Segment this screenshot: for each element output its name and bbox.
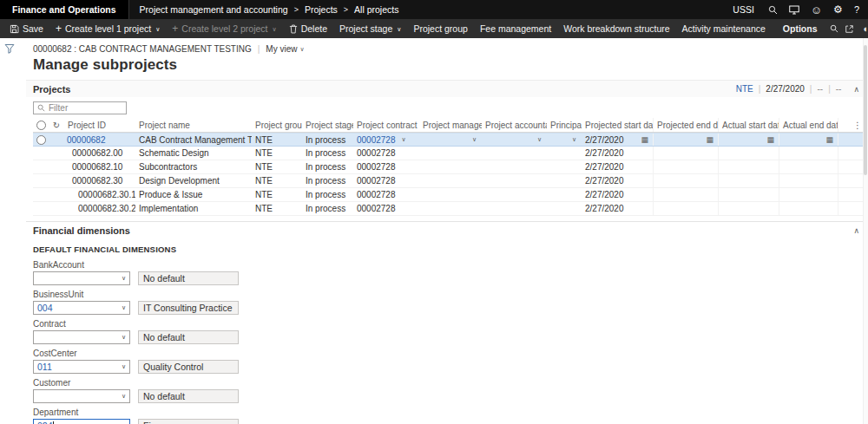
project-group-button[interactable]: Project group — [407, 19, 473, 38]
vertical-scrollbar[interactable] — [863, 38, 868, 424]
refresh-icon[interactable]: ↻ — [49, 118, 64, 132]
projected-end-date-cell[interactable] — [654, 147, 719, 160]
actual-end-date-cell[interactable] — [779, 188, 838, 201]
projected-start-date-cell[interactable]: 2/27/2020 — [582, 160, 654, 173]
project-contract-cell[interactable]: 00002728 — [353, 147, 419, 160]
project-group-cell[interactable]: NTE — [252, 188, 302, 201]
table-row[interactable]: 00000682.10 Subcontractors NTE In proces… — [33, 160, 868, 174]
project-contract-cell[interactable]: 00002728 — [353, 202, 419, 215]
project-stage-cell[interactable]: In process — [302, 134, 353, 146]
project-accountant-cell[interactable] — [482, 160, 547, 173]
calendar-icon[interactable]: ▦ — [825, 135, 833, 144]
chevron-down-icon[interactable]: ∨ — [572, 136, 576, 143]
actual-end-date-cell[interactable] — [779, 174, 838, 187]
column-header-project-name[interactable]: Project name — [135, 118, 252, 132]
project-manager-cell[interactable] — [419, 160, 482, 173]
row-checkbox[interactable] — [36, 135, 46, 145]
project-contract-cell[interactable]: 00002728 — [353, 160, 419, 173]
smiley-icon[interactable]: ☺ — [811, 4, 822, 16]
actual-start-date-cell[interactable] — [719, 174, 779, 187]
view-selector[interactable]: My view ∨ — [266, 44, 304, 54]
column-header-actual-end-date[interactable]: Actual end date — [779, 118, 838, 132]
table-row[interactable]: 00000682.30.200 Implementation NTE In pr… — [33, 202, 868, 216]
chevron-down-icon[interactable]: ∨ — [122, 393, 126, 400]
projected-end-date-cell[interactable] — [654, 188, 719, 201]
project-accountant-cell[interactable]: ∨ — [482, 134, 547, 146]
actual-end-date-cell[interactable]: ▦ — [779, 134, 838, 146]
project-manager-cell[interactable] — [419, 147, 482, 160]
project-name-cell[interactable]: Subcontractors — [135, 160, 252, 173]
column-header-project-contract-id[interactable]: Project contract ID — [353, 118, 419, 132]
project-name-cell[interactable]: Schematic Design — [135, 147, 252, 160]
row-checkbox-cell[interactable] — [33, 174, 49, 187]
table-row[interactable]: 00000682 CAB Contract Management Testing… — [33, 133, 868, 147]
project-accountant-cell[interactable] — [482, 147, 547, 160]
project-group-cell[interactable]: NTE — [252, 134, 302, 146]
column-header-project-manager[interactable]: Project manager — [419, 118, 482, 132]
table-row[interactable]: 00000682.30.100 Produce & Issue NTE In p… — [33, 188, 868, 202]
breadcrumb-area[interactable]: Projects — [305, 4, 338, 15]
chevron-down-icon[interactable]: ∨ — [122, 304, 126, 311]
projected-end-date-cell[interactable] — [654, 160, 719, 173]
chevron-down-icon[interactable]: ∨ — [122, 275, 126, 282]
chevron-down-icon[interactable]: ∨ — [122, 334, 126, 341]
projected-start-date-cell[interactable]: 2/27/2020 — [582, 202, 654, 215]
project-stage-cell[interactable]: In process — [302, 202, 353, 215]
project-group-cell[interactable]: NTE — [252, 147, 302, 160]
principal-cell[interactable] — [547, 202, 582, 215]
filter-funnel-icon[interactable] — [4, 43, 15, 54]
project-accountant-cell[interactable] — [482, 174, 547, 187]
project-id-link[interactable]: 00000682 — [67, 135, 106, 145]
principal-cell[interactable]: ∨ — [547, 134, 582, 146]
column-header-projected-end-date[interactable]: Projected end date — [654, 118, 719, 132]
principal-cell[interactable] — [547, 174, 582, 187]
project-group-cell[interactable]: NTE — [252, 202, 302, 215]
chevron-up-icon[interactable]: ∧ — [853, 226, 859, 235]
project-id-cell[interactable]: 00000682.30.100 — [64, 188, 135, 201]
project-manager-cell[interactable] — [419, 188, 482, 201]
company-label[interactable]: USSI — [733, 4, 754, 15]
project-id-cell[interactable]: 00000682.30.200 — [64, 202, 135, 215]
project-stage-cell[interactable]: In process — [302, 188, 353, 201]
fee-management-button[interactable]: Fee management — [474, 19, 557, 38]
project-name-cell[interactable]: Implementation — [135, 202, 252, 215]
costcenter-combobox[interactable]: 011 ∨ — [33, 360, 130, 374]
calendar-icon[interactable]: ▦ — [706, 135, 713, 144]
actual-start-date-cell[interactable] — [719, 202, 779, 215]
chevron-down-icon[interactable]: ∨ — [472, 136, 477, 143]
actual-start-date-cell[interactable] — [719, 147, 779, 160]
project-name-cell[interactable]: Design Development — [135, 174, 252, 187]
find-icon[interactable] — [824, 19, 845, 38]
project-manager-cell[interactable]: ∨ — [419, 134, 482, 146]
select-all-checkbox[interactable] — [33, 118, 49, 132]
project-id-cell[interactable]: 00000682 — [64, 134, 135, 146]
project-id-cell[interactable]: 00000682.00 — [64, 147, 135, 160]
work-breakdown-structure-button[interactable]: Work breakdown structure — [557, 19, 675, 38]
column-header-project-id[interactable]: Project ID — [64, 118, 135, 132]
project-manager-cell[interactable] — [419, 174, 482, 187]
project-stage-cell[interactable]: In process — [302, 174, 353, 187]
column-header-projected-start-date[interactable]: Projected start date — [582, 118, 654, 132]
projected-start-date-cell[interactable]: 2/27/2020 — [582, 174, 654, 187]
contrast-icon[interactable]: ◐ — [864, 24, 868, 34]
project-stage-menu[interactable]: Project stage ∨ — [333, 19, 407, 38]
chevron-down-icon[interactable]: ∨ — [122, 363, 126, 370]
breadcrumb-module[interactable]: Project management and accounting — [140, 4, 288, 15]
calendar-icon[interactable]: ▦ — [766, 135, 774, 144]
project-name-cell[interactable]: CAB Contract Management Testing — [135, 134, 252, 146]
contract-link[interactable]: 00002728 — [357, 135, 396, 145]
project-contract-cell[interactable]: 00002728∨ — [353, 134, 419, 146]
principal-cell[interactable] — [547, 188, 582, 201]
chevron-down-icon[interactable]: ∨ — [537, 136, 542, 143]
summary-project-group-link[interactable]: NTE — [736, 84, 753, 94]
department-combobox[interactable]: 024 ∨ — [33, 419, 130, 424]
options-menu[interactable]: Options — [777, 19, 824, 38]
actual-start-date-cell[interactable] — [719, 160, 779, 173]
row-checkbox-cell[interactable] — [33, 147, 49, 160]
column-header-principal[interactable]: Principal — [547, 118, 582, 132]
project-stage-cell[interactable]: In process — [302, 147, 353, 160]
filter-input[interactable] — [49, 103, 118, 113]
actual-start-date-cell[interactable]: ▦ — [719, 134, 779, 146]
principal-cell[interactable] — [547, 160, 582, 173]
projected-end-date-cell[interactable] — [654, 202, 719, 215]
